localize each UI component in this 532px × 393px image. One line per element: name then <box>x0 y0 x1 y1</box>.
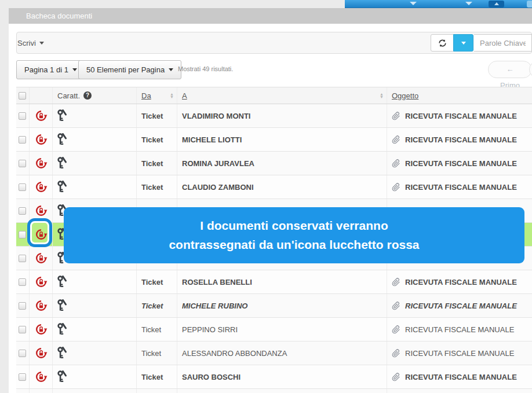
table-row[interactable]: Ticket ROMINA JURAVLEA RICEVUTA FISCALE … <box>16 152 532 175</box>
row-select-checkbox[interactable] <box>19 302 26 310</box>
row-caratt-cell <box>52 341 136 365</box>
row-select-checkbox[interactable] <box>19 255 26 262</box>
key-icon <box>57 181 67 193</box>
row-checkbox-cell <box>16 104 29 127</box>
row-checkbox-cell <box>16 365 29 388</box>
row-caratt-cell <box>52 270 136 293</box>
table-row[interactable]: Ticket CLAUDIO ZAMBONI RICEVUTA FISCALE … <box>16 175 532 199</box>
compose-button[interactable]: Scrivi <box>17 36 44 50</box>
row-select-checkbox[interactable] <box>19 112 26 120</box>
per-page-selector-button[interactable]: 50 Elementi per Pagina <box>78 60 181 79</box>
cell-a: ROMINA JURAVLEA <box>177 152 387 175</box>
select-all-checkbox[interactable] <box>19 92 26 100</box>
row-select-checkbox[interactable] <box>19 136 26 144</box>
conservation-lock-icon <box>35 181 48 193</box>
cell-da: Ticket <box>136 152 177 175</box>
row-checkbox-cell <box>16 128 29 151</box>
caret-down-icon <box>39 42 44 45</box>
table-row[interactable]: Ticket SAURO BOSCHI RICEVUTA FISCALE MAN… <box>16 365 532 389</box>
conservation-lock-icon <box>35 228 48 241</box>
search-dropdown-button[interactable] <box>453 34 473 52</box>
keyword-search-input[interactable] <box>474 34 532 52</box>
row-lock-cell <box>29 223 52 246</box>
nav-dropdown-caret-icon[interactable] <box>410 2 417 5</box>
row-select-checkbox[interactable] <box>19 183 26 191</box>
nav-dropdown-caret-icon[interactable] <box>465 2 472 5</box>
cell-oggetto: RICEVUTA FISCALE MANUALE <box>387 341 532 365</box>
row-checkbox-cell <box>16 199 29 222</box>
nav-button[interactable] <box>489 1 504 8</box>
sort-icon[interactable]: ▲▼ <box>170 93 174 98</box>
table-row[interactable]: Ticket MICHELE LIOTTI RICEVUTA FISCALE M… <box>16 128 532 152</box>
row-lock-cell <box>29 294 52 317</box>
cell-da: Ticket <box>136 365 177 388</box>
help-icon[interactable]: ? <box>83 91 92 100</box>
cell-da: Ticket <box>136 270 177 293</box>
row-select-checkbox[interactable] <box>19 350 26 357</box>
nav-button-partial[interactable] <box>527 1 532 8</box>
caret-down-icon <box>72 68 77 71</box>
cell-da: Ticket <box>136 294 177 317</box>
row-caratt-cell <box>52 152 136 175</box>
row-select-checkbox[interactable] <box>19 207 26 215</box>
sort-icon[interactable]: ▲▼ <box>380 93 384 98</box>
tooltip-callout: I documenti conservati verranno contrass… <box>64 207 524 263</box>
row-checkbox-cell <box>16 223 29 246</box>
refresh-button[interactable] <box>431 34 454 52</box>
row-checkbox-cell <box>16 270 29 293</box>
cell-a: ROSELLA BENELLI <box>177 270 387 293</box>
row-caratt-cell <box>52 389 136 393</box>
table-row[interactable]: Ticket VLADIMIRO MONTI RICEVUTA FISCALE … <box>16 104 532 128</box>
key-icon <box>57 157 67 170</box>
row-select-checkbox[interactable] <box>19 326 26 333</box>
conservation-lock-icon <box>35 204 48 217</box>
table-row[interactable]: Ticket PEPPINO SIRRI RICEVUTA FISCALE MA… <box>16 318 532 341</box>
key-icon <box>57 276 67 288</box>
row-select-checkbox[interactable] <box>19 160 26 167</box>
per-page-selector-label: 50 Elementi per Pagina <box>86 65 165 74</box>
conservation-lock-icon <box>35 157 48 170</box>
attachment-icon <box>392 373 400 381</box>
conservation-lock-icon <box>35 370 48 383</box>
row-lock-cell <box>29 247 52 270</box>
attachment-icon <box>392 135 400 144</box>
cell-a <box>177 389 387 393</box>
oggetto-sort-link[interactable]: Oggetto <box>392 91 418 100</box>
cell-oggetto: RICEVUTA FISCALE MANUALE <box>387 365 532 388</box>
cell-oggetto: RICEVUTA FISCALE MANUALE <box>387 128 532 151</box>
page-selector-label: Pagina 1 di 1 <box>24 65 68 74</box>
column-header-a: A ▲▼ <box>177 87 387 104</box>
table-row[interactable]: Ticket MICHELE RUBINO RICEVUTA FISCALE M… <box>16 294 532 318</box>
first-page-button[interactable]: ← Primo <box>488 61 532 78</box>
page-title: Bacheca documenti <box>26 12 92 20</box>
a-sort-link[interactable]: A <box>182 91 187 100</box>
cell-oggetto: RICEVUTA FISCALE MANUALE <box>387 294 532 317</box>
key-icon <box>57 133 67 146</box>
row-lock-cell <box>29 365 52 388</box>
row-lock-cell <box>29 128 52 151</box>
attachment-icon <box>392 278 400 287</box>
nav-button-icon <box>494 2 499 5</box>
row-select-checkbox[interactable] <box>19 373 26 381</box>
key-icon <box>57 299 67 312</box>
cell-a: MICHELE RUBINO <box>177 294 387 317</box>
column-header-oggetto: Oggetto <box>387 87 532 104</box>
table-row[interactable]: Ticket ALESSANDRO ABBONDANZA RICEVUTA FI… <box>16 341 532 365</box>
row-select-checkbox[interactable] <box>19 231 26 238</box>
cell-a: CLAUDIO ZAMBONI <box>177 175 387 199</box>
bacheca-documenti-app: Bacheca documenti Scrivi Pagina 1 di 1 5… <box>0 0 532 393</box>
row-caratt-cell <box>52 128 136 151</box>
tooltip-line: contrassegnati da un'icona lucchetto ros… <box>169 238 419 252</box>
cell-a: VLADIMIRO MONTI <box>177 104 387 127</box>
attachment-icon <box>392 325 400 334</box>
row-lock-cell <box>29 199 52 222</box>
page-title-bar: Bacheca documenti <box>9 8 532 24</box>
row-lock-cell <box>29 175 52 199</box>
attachment-icon <box>392 302 400 310</box>
da-sort-link[interactable]: Da <box>141 91 151 100</box>
row-select-checkbox[interactable] <box>19 278 26 286</box>
table-row[interactable]: Ticket ROSELLA BENELLI RICEVUTA FISCALE … <box>16 270 532 294</box>
page-selector-button[interactable]: Pagina 1 di 1 <box>16 60 85 79</box>
table-row[interactable] <box>16 389 532 393</box>
row-checkbox-cell <box>16 247 29 270</box>
